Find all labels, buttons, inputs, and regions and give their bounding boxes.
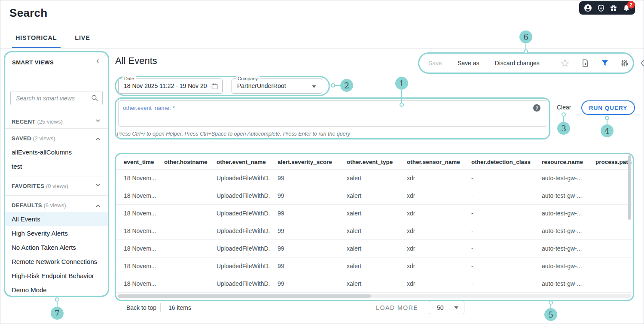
list-item[interactable]: High Severity Alerts — [5, 226, 108, 240]
list-item[interactable]: All Events — [5, 212, 108, 226]
table-row[interactable]: 18 Novem...UploadedFileWithD...99xalertx… — [116, 222, 632, 240]
star-icon[interactable] — [560, 58, 570, 68]
column-header[interactable]: resource.name — [534, 154, 588, 170]
search-input[interactable] — [10, 91, 103, 105]
chevron-left-icon[interactable] — [95, 58, 101, 66]
table-cell: xalert — [339, 257, 400, 275]
table-cell: UploadedFileWithD... — [209, 222, 270, 240]
back-to-top-button[interactable]: Back to top — [126, 304, 156, 311]
smart-views-search — [10, 91, 103, 105]
table-cell — [157, 187, 209, 205]
annotation-4: 4 — [601, 116, 613, 137]
column-header[interactable]: event_time — [116, 154, 157, 170]
chevron-up-icon[interactable] — [95, 134, 101, 142]
company-select[interactable]: Company PartnerUnderRoot — [232, 79, 322, 94]
table-row[interactable]: 18 Novem...UploadedFileWithD...99xalertx… — [116, 275, 632, 293]
annotation-3: 3 — [557, 112, 570, 135]
query-input[interactable]: other.event_name: * ? — [118, 100, 547, 127]
list-item[interactable]: test — [5, 159, 108, 173]
list-item[interactable]: allEvents-allColumns — [5, 145, 108, 159]
list-item[interactable]: Remote Network Connections — [5, 254, 108, 269]
date-range-field[interactable]: Date 18 Nov 2025 11:22 - 19 Nov 202... — [118, 79, 223, 94]
table-cell — [588, 240, 632, 257]
table-row[interactable]: 18 Novem...UploadedFileWithD...99xalertx… — [116, 170, 632, 187]
smart-views-title: SMART VIEWS — [12, 59, 54, 66]
column-header[interactable]: other.event_type — [339, 154, 400, 170]
page-size-select[interactable]: 50 — [429, 301, 464, 314]
sliders-icon[interactable] — [620, 59, 629, 67]
column-header[interactable]: other.event_name — [209, 154, 270, 170]
table-cell: xalert — [339, 275, 400, 293]
table-cell: - — [464, 240, 534, 257]
clear-button[interactable]: Clear — [557, 104, 571, 111]
table-cell: 99 — [270, 187, 339, 205]
column-header[interactable]: other.hostname — [157, 154, 209, 170]
column-header[interactable]: process.path — [588, 154, 632, 170]
table-cell: - — [464, 187, 534, 205]
query-text: other.event_name: * — [123, 105, 175, 111]
save-as-button[interactable]: Save as — [458, 60, 479, 67]
user-icon[interactable] — [584, 4, 592, 12]
table-cell: 99 — [270, 205, 339, 222]
table-row[interactable]: 18 Novem...UploadedFileWithD...99xalertx… — [116, 257, 632, 275]
tab-live[interactable]: LIVE — [75, 34, 90, 41]
sidebar-section-favorites[interactable]: FAVORITES (0 views) — [5, 179, 108, 193]
shield-icon[interactable] — [597, 4, 605, 12]
export-icon[interactable] — [581, 59, 589, 67]
tab-historical[interactable]: HISTORICAL — [15, 34, 57, 41]
list-item[interactable]: No Action Taken Alerts — [5, 240, 108, 254]
table-cell: UploadedFileWithD... — [209, 240, 270, 257]
table-cell: 99 — [270, 257, 339, 275]
sidebar-section-recent[interactable]: RECENT (25 views) — [5, 115, 108, 128]
section-count: (25 views) — [37, 118, 62, 125]
column-header[interactable]: other.detection_class — [464, 154, 534, 170]
table-cell — [157, 240, 209, 257]
table-cell: xdr — [400, 170, 464, 187]
table-cell: - — [464, 205, 534, 222]
list-item[interactable]: Demo Mode — [5, 283, 108, 297]
annotation-5: 5 — [544, 300, 557, 321]
discard-changes-button[interactable]: Discard changes — [495, 60, 540, 67]
list-item[interactable]: High-Risk Endpoint Behavior — [5, 269, 108, 283]
table-row[interactable]: 18 Novem...UploadedFileWithD...99xalertx… — [116, 187, 632, 205]
table-cell: 99 — [270, 240, 339, 257]
table-cell: auto-test-gw-... — [534, 240, 588, 257]
chevron-down-icon[interactable] — [95, 182, 101, 190]
annotation-7: 7 — [51, 297, 64, 320]
table-row[interactable]: 18 Novem...UploadedFileWithD...99xalertx… — [116, 205, 632, 222]
bell-icon[interactable]: 2 — [623, 4, 630, 12]
chevron-up-icon[interactable] — [95, 201, 101, 209]
page-size-value: 50 — [429, 304, 444, 311]
horizontal-scrollbar[interactable] — [117, 294, 632, 298]
table-cell: xdr — [400, 257, 464, 275]
table-row[interactable]: 18 Novem...UploadedFileWithD...99xalertx… — [116, 240, 632, 257]
section-count: (0 views) — [46, 183, 68, 189]
save-button[interactable]: Save — [428, 60, 442, 67]
tab-bar: HISTORICAL LIVE — [15, 34, 90, 41]
sidebar-section-defaults[interactable]: DEFAULTS (6 views) — [5, 198, 108, 212]
help-icon[interactable]: ? — [533, 104, 540, 112]
table-cell: UploadedFileWithD... — [209, 275, 270, 293]
table-cell — [588, 187, 632, 205]
table-cell — [588, 170, 632, 187]
sidebar-section-saved[interactable]: SAVED (2 views) — [5, 131, 108, 145]
gift-icon[interactable] — [610, 4, 617, 12]
column-header[interactable]: other.sensor_name — [400, 154, 464, 170]
default-views-list: All EventsHigh Severity AlertsNo Action … — [5, 212, 108, 297]
filter-icon[interactable] — [601, 59, 609, 67]
vertical-scrollbar[interactable] — [628, 155, 631, 220]
account-toolbar: 2 — [579, 1, 635, 15]
run-query-button[interactable]: RUN QUERY — [581, 100, 635, 115]
table-cell — [157, 275, 209, 293]
refresh-icon[interactable] — [640, 59, 644, 67]
scrollbar-thumb[interactable] — [118, 294, 371, 298]
chevron-down-icon — [454, 306, 458, 309]
page-title: Search — [9, 6, 48, 20]
load-more-button[interactable]: LOAD MORE — [376, 304, 418, 311]
table-cell: 18 Novem... — [116, 170, 157, 187]
table-cell: - — [464, 275, 534, 293]
column-header[interactable]: alert.severity_score — [270, 154, 339, 170]
table-cell: UploadedFileWithD... — [209, 170, 270, 187]
table-cell: xdr — [400, 187, 464, 205]
chevron-down-icon[interactable] — [95, 117, 101, 126]
